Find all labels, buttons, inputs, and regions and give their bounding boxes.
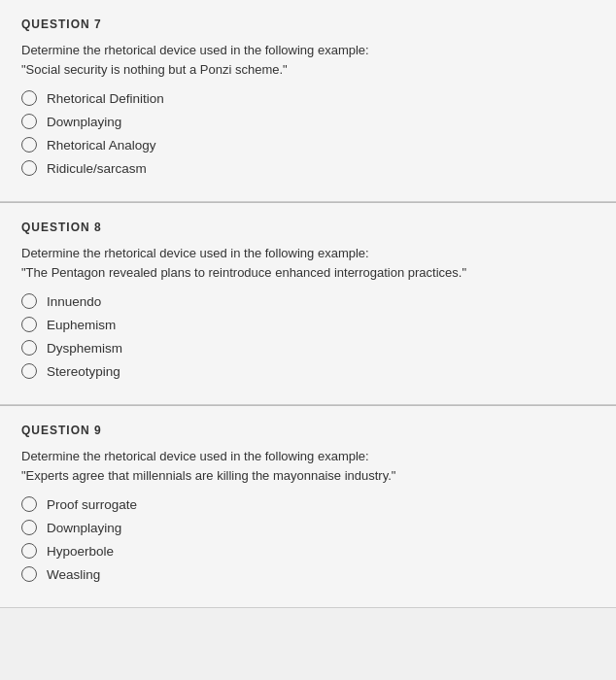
option-item-q9-3[interactable]: Weasling — [21, 566, 595, 582]
option-label-q9-3: Weasling — [47, 567, 100, 582]
option-item-q8-3[interactable]: Stereotyping — [21, 363, 595, 379]
option-item-q7-1[interactable]: Downplaying — [21, 114, 595, 129]
option-label-q8-3: Stereotyping — [47, 364, 120, 379]
question-prompt-q9: Determine the rhetorical device used in … — [21, 447, 595, 485]
options-list-q8: InnuendoEuphemismDysphemismStereotyping — [21, 293, 595, 379]
question-label-q7: QUESTION 7 — [21, 17, 595, 31]
option-item-q8-1[interactable]: Euphemism — [21, 317, 595, 332]
radio-circle-q7-3[interactable] — [21, 160, 37, 176]
radio-circle-q9-0[interactable] — [21, 496, 37, 512]
radio-circle-q9-1[interactable] — [21, 520, 37, 535]
radio-circle-q9-3[interactable] — [21, 566, 37, 582]
option-label-q8-2: Dysphemism — [47, 341, 122, 356]
options-list-q7: Rhetorical DefinitionDownplayingRhetoric… — [21, 90, 595, 176]
question-block-q8: QUESTION 8Determine the rhetorical devic… — [0, 203, 616, 405]
page-container: QUESTION 7Determine the rhetorical devic… — [0, 0, 616, 680]
option-label-q9-2: Hypoerbole — [47, 544, 114, 559]
option-item-q8-2[interactable]: Dysphemism — [21, 340, 595, 356]
question-label-q9: QUESTION 9 — [21, 424, 595, 437]
radio-circle-q9-2[interactable] — [21, 543, 37, 559]
radio-circle-q7-0[interactable] — [21, 90, 37, 106]
option-label-q7-3: Ridicule/sarcasm — [47, 161, 147, 176]
option-label-q7-1: Downplaying — [47, 115, 121, 129]
question-block-q7: QUESTION 7Determine the rhetorical devic… — [0, 0, 616, 202]
question-prompt-q8: Determine the rhetorical device used in … — [21, 244, 595, 282]
option-item-q9-2[interactable]: Hypoerbole — [21, 543, 595, 559]
radio-circle-q7-1[interactable] — [21, 114, 37, 129]
option-item-q8-0[interactable]: Innuendo — [21, 293, 595, 309]
radio-circle-q8-3[interactable] — [21, 363, 37, 379]
option-item-q9-0[interactable]: Proof surrogate — [21, 496, 595, 512]
option-item-q9-1[interactable]: Downplaying — [21, 520, 595, 535]
option-label-q8-0: Innuendo — [47, 294, 101, 309]
option-label-q9-1: Downplaying — [47, 521, 121, 535]
option-item-q7-2[interactable]: Rhetorical Analogy — [21, 137, 595, 153]
radio-circle-q7-2[interactable] — [21, 137, 37, 153]
radio-circle-q8-0[interactable] — [21, 293, 37, 309]
option-label-q9-0: Proof surrogate — [47, 497, 137, 512]
option-label-q8-1: Euphemism — [47, 318, 116, 332]
option-item-q7-0[interactable]: Rhetorical Definition — [21, 90, 595, 106]
question-prompt-q7: Determine the rhetorical device used in … — [21, 41, 595, 79]
option-label-q7-2: Rhetorical Analogy — [47, 138, 156, 153]
question-block-q9: QUESTION 9Determine the rhetorical devic… — [0, 406, 616, 608]
option-label-q7-0: Rhetorical Definition — [47, 91, 164, 106]
question-label-q8: QUESTION 8 — [21, 221, 595, 234]
options-list-q9: Proof surrogateDownplayingHypoerboleWeas… — [21, 496, 595, 582]
option-item-q7-3[interactable]: Ridicule/sarcasm — [21, 160, 595, 176]
radio-circle-q8-2[interactable] — [21, 340, 37, 356]
radio-circle-q8-1[interactable] — [21, 317, 37, 332]
